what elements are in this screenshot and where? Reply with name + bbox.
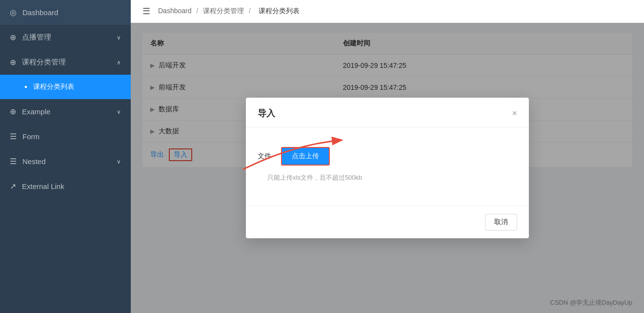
sidebar-item-label: 课程分类管理 [22, 58, 66, 67]
sidebar-item-stream[interactable]: ⊕ 点播管理 ∨ [0, 25, 131, 50]
sidebar-item-label: Dashboard [22, 8, 58, 17]
sidebar-item-nested[interactable]: ☰ Nested ∨ [0, 149, 131, 174]
breadcrumb: Dashboard / 课程分类管理 / 课程分类列表 [158, 7, 302, 16]
sidebar-item-label: Example [22, 107, 50, 116]
page-content: 名称 创建时间 ▶后端开发 2019-09-29 15:47:25 ▶前端开发 … [131, 23, 644, 313]
upload-row: 文件 点击上传 [258, 147, 517, 166]
form-icon: ☰ [10, 132, 17, 141]
import-modal: 导入 × 文件 点击上传 只能上传xls文件，且不超过500kb 取消 [246, 98, 529, 238]
nested-icon: ☰ [10, 157, 17, 166]
sidebar-item-form[interactable]: ☰ Form [0, 124, 131, 149]
chevron-down-icon: ∨ [117, 34, 121, 41]
sidebar-item-label: 点播管理 [22, 33, 51, 42]
sidebar-item-example[interactable]: ⊕ Example ∨ [0, 99, 131, 124]
topbar: ☰ Dashboard / 课程分类管理 / 课程分类列表 [131, 0, 644, 23]
sidebar-item-external[interactable]: ↗ External Link [0, 174, 131, 199]
course-mgmt-icon: ⊕ [10, 58, 16, 67]
breadcrumb-sep1: / [196, 7, 198, 15]
breadcrumb-current: 课程分类列表 [259, 7, 300, 15]
upload-button[interactable]: 点击上传 [281, 147, 330, 166]
sidebar-item-label: Nested [22, 157, 46, 166]
breadcrumb-course-mgmt[interactable]: 课程分类管理 [203, 7, 244, 15]
chevron-down-icon-example: ∨ [117, 108, 121, 115]
stream-icon: ⊕ [10, 33, 16, 42]
main-content: ☰ Dashboard / 课程分类管理 / 课程分类列表 名称 创建时间 ▶后… [131, 0, 644, 313]
modal-overlay: 导入 × 文件 点击上传 只能上传xls文件，且不超过500kb 取消 [131, 23, 644, 313]
sidebar-item-course-mgmt[interactable]: ⊕ 课程分类管理 ∧ [0, 50, 131, 75]
modal-close-button[interactable]: × [512, 108, 517, 119]
chevron-down-icon-nested: ∨ [117, 158, 121, 165]
modal-body: 文件 点击上传 只能上传xls文件，且不超过500kb [246, 127, 529, 206]
chevron-up-icon: ∧ [117, 59, 121, 66]
sidebar: ◎ Dashboard ⊕ 点播管理 ∨ ⊕ 课程分类管理 ∧ ▪ 课程分类列表… [0, 0, 131, 313]
modal-title: 导入 [258, 107, 275, 119]
sidebar-item-label: External Link [22, 182, 64, 190]
cancel-button[interactable]: 取消 [485, 214, 517, 230]
course-list-icon: ▪ [24, 83, 27, 91]
external-icon: ↗ [10, 182, 16, 191]
upload-hint: 只能上传xls文件，且不超过500kb [267, 173, 517, 182]
sidebar-item-dashboard[interactable]: ◎ Dashboard [0, 0, 131, 25]
dashboard-icon: ◎ [10, 8, 17, 17]
breadcrumb-sep2: / [249, 7, 251, 15]
menu-toggle-icon[interactable]: ☰ [142, 6, 150, 17]
sidebar-item-label: Form [22, 132, 40, 141]
sidebar-item-course-list[interactable]: ▪ 课程分类列表 [0, 75, 131, 99]
breadcrumb-dashboard[interactable]: Dashboard [158, 7, 192, 15]
modal-header: 导入 × [246, 98, 529, 127]
example-icon: ⊕ [10, 107, 16, 116]
modal-footer: 取消 [246, 206, 529, 238]
file-label: 文件 [258, 152, 271, 161]
sidebar-item-label: 课程分类列表 [33, 83, 74, 91]
